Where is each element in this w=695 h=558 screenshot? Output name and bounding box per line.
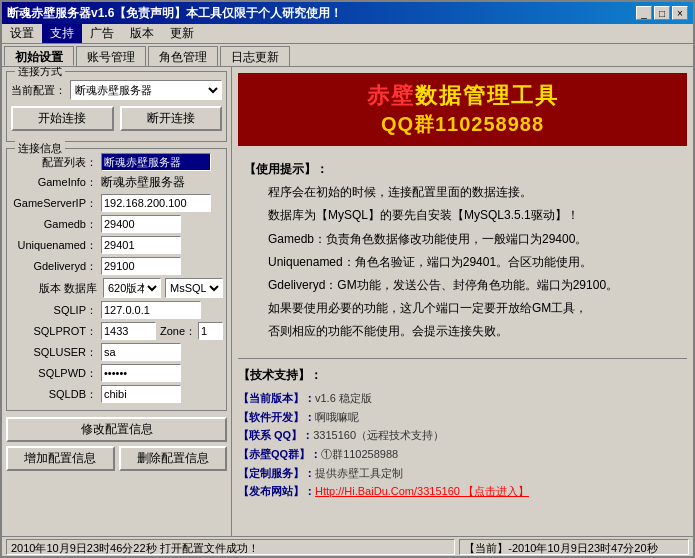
status-left-text: 2010年10月9日23时46分22秒 打开配置文件成功！ bbox=[11, 542, 259, 554]
close-button[interactable]: × bbox=[672, 6, 688, 20]
content-area: 连接方式 当前配置： 断魂赤壁服务器 开始连接 断开连接 连接信息 配置列表： bbox=[2, 66, 693, 536]
tech-support-section: 【技术支持】： 【当前版本】： v1.6 稳定版 【软件开发】： 啊哦嘛呢 【联… bbox=[238, 365, 687, 502]
menu-update[interactable]: 更新 bbox=[162, 24, 202, 43]
config-select[interactable]: 断魂赤壁服务器 bbox=[70, 80, 222, 100]
minimize-button[interactable]: _ bbox=[636, 6, 652, 20]
delete-config-button[interactable]: 删除配置信息 bbox=[119, 446, 228, 471]
banner-qq: QQ群110258988 bbox=[246, 111, 679, 138]
dev-row: 【软件开发】： 啊哦嘛呢 bbox=[238, 408, 687, 427]
right-panel: 赤壁数据管理工具 QQ群110258988 【使用提示】： 程序会在初始的时候，… bbox=[232, 67, 693, 536]
sqldb-input[interactable] bbox=[101, 385, 181, 403]
connect-buttons: 开始连接 断开连接 bbox=[11, 106, 222, 131]
restore-button[interactable]: □ bbox=[654, 6, 670, 20]
gamedb-input[interactable] bbox=[101, 215, 181, 233]
chibi-qq-value: ①群110258988 bbox=[321, 445, 398, 464]
current-config-label: 当前配置： bbox=[11, 83, 66, 98]
tip6: 如果要使用必要的功能，这几个端口一定要开放给GM工具， bbox=[244, 299, 681, 318]
sqlpwd-row: SQLPWD： bbox=[11, 364, 222, 382]
gameinfo-row: GameInfo： 断魂赤壁服务器 bbox=[11, 174, 222, 191]
sqlpwd-label: SQLPWD： bbox=[11, 366, 101, 381]
status-bar: 2010年10月9日23时46分22秒 打开配置文件成功！ 【当前】-2010年… bbox=[2, 536, 693, 556]
banner-title-chibi: 赤壁 bbox=[367, 83, 415, 108]
tabs-bar: 初始设置 账号管理 角色管理 日志更新 bbox=[2, 44, 693, 66]
menu-settings[interactable]: 设置 bbox=[2, 24, 42, 43]
add-config-button[interactable]: 增加配置信息 bbox=[6, 446, 115, 471]
sqlprot-row: SQLPROT： Zone： bbox=[11, 322, 222, 340]
add-delete-row: 增加配置信息 删除配置信息 bbox=[6, 446, 227, 471]
config-list-input[interactable] bbox=[101, 153, 211, 171]
window-controls: _ □ × bbox=[636, 6, 688, 20]
version-db-row: 版本 数据库 620版本 MsSQL库 bbox=[11, 278, 222, 298]
gameinfo-value: 断魂赤壁服务器 bbox=[101, 174, 185, 191]
uniquenamed-row: Uniquenamed： bbox=[11, 236, 222, 254]
info-section: 【使用提示】： 程序会在初始的时候，连接配置里面的数据连接。 数据库为【MySQ… bbox=[238, 154, 687, 352]
zone-input[interactable] bbox=[198, 322, 223, 340]
chibi-qq-row: 【赤壁QQ群】： ①群110258988 bbox=[238, 445, 687, 464]
menu-support[interactable]: 支持 bbox=[42, 24, 82, 43]
current-ver-row: 【当前版本】： v1.6 稳定版 bbox=[238, 389, 687, 408]
sqlpwd-input[interactable] bbox=[101, 364, 181, 382]
info-group-label: 连接信息 bbox=[15, 141, 65, 156]
menu-ad[interactable]: 广告 bbox=[82, 24, 122, 43]
main-window: 断魂赤壁服务器v1.6【免责声明】本工具仅限于个人研究使用！ _ □ × 设置 … bbox=[0, 0, 695, 558]
status-right-text: 【当前】-2010年10月9日23时47分20秒 bbox=[464, 542, 657, 554]
banner-title: 赤壁数据管理工具 bbox=[246, 81, 679, 111]
uniquenamed-label: Uniquenamed： bbox=[11, 238, 101, 253]
dbtype-select[interactable]: MsSQL库 bbox=[165, 278, 223, 298]
qq-contact-value: 3315160（远程技术支持） bbox=[313, 426, 444, 445]
sqluser-label: SQLUSER： bbox=[11, 345, 101, 360]
gameinfo-label: GameInfo： bbox=[11, 175, 101, 190]
gdeliveryd-row: Gdeliveryd： bbox=[11, 257, 222, 275]
gameserverip-label: GameServerIP： bbox=[11, 196, 101, 211]
tip2: 数据库为【MySQL】的要先自安装【MySQL3.5.1驱动】！ bbox=[244, 206, 681, 225]
custom-row: 【定制服务】： 提供赤壁工具定制 bbox=[238, 464, 687, 483]
gamedb-label: Gamedb： bbox=[11, 217, 101, 232]
sqlip-input[interactable] bbox=[101, 301, 201, 319]
chibi-qq-label: 【赤壁QQ群】： bbox=[238, 445, 321, 464]
website-row: 【发布网站】： Http://Hi.BaiDu.Com/3315160 【点击进… bbox=[238, 482, 687, 501]
config-list-label: 配置列表： bbox=[11, 155, 101, 170]
custom-value: 提供赤壁工具定制 bbox=[315, 464, 403, 483]
left-panel: 连接方式 当前配置： 断魂赤壁服务器 开始连接 断开连接 连接信息 配置列表： bbox=[2, 67, 232, 536]
tip4: Uniquenamed：角色名验证，端口为29401。合区功能使用。 bbox=[244, 253, 681, 272]
dev-label: 【软件开发】： bbox=[238, 408, 315, 427]
gameserverip-input[interactable] bbox=[101, 194, 211, 212]
connection-group: 连接方式 当前配置： 断魂赤壁服务器 开始连接 断开连接 bbox=[6, 71, 227, 142]
tab-account[interactable]: 账号管理 bbox=[76, 46, 146, 66]
sqlprot-input[interactable] bbox=[101, 322, 156, 340]
connection-group-label: 连接方式 bbox=[15, 67, 65, 79]
version-select[interactable]: 620版本 bbox=[103, 278, 161, 298]
window-title: 断魂赤壁服务器v1.6【免责声明】本工具仅限于个人研究使用！ bbox=[7, 5, 342, 22]
divider bbox=[238, 358, 687, 359]
tip3: Gamedb：负责角色数据修改功能使用，一般端口为29400。 bbox=[244, 230, 681, 249]
sqlip-label: SQLIP： bbox=[11, 303, 101, 318]
tip5: Gdeliveryd：GM功能，发送公告、封停角色功能。端口为29100。 bbox=[244, 276, 681, 295]
gameserverip-row: GameServerIP： bbox=[11, 194, 222, 212]
tech-title: 【技术支持】： bbox=[238, 365, 687, 385]
sqluser-input[interactable] bbox=[101, 343, 181, 361]
modify-config-button[interactable]: 修改配置信息 bbox=[6, 417, 227, 442]
uniquenamed-input[interactable] bbox=[101, 236, 181, 254]
start-connect-button[interactable]: 开始连接 bbox=[11, 106, 114, 131]
sqluser-row: SQLUSER： bbox=[11, 343, 222, 361]
gdeliveryd-input[interactable] bbox=[101, 257, 181, 275]
current-ver-label: 【当前版本】： bbox=[238, 389, 315, 408]
tip7: 否则相应的功能不能使用。会提示连接失败。 bbox=[244, 322, 681, 341]
menu-bar: 设置 支持 广告 版本 更新 bbox=[2, 24, 693, 44]
disconnect-button[interactable]: 断开连接 bbox=[120, 106, 223, 131]
tab-log[interactable]: 日志更新 bbox=[220, 46, 290, 66]
sqldb-label: SQLDB： bbox=[11, 387, 101, 402]
status-left: 2010年10月9日23时46分22秒 打开配置文件成功！ bbox=[6, 539, 455, 555]
tab-initial-setup[interactable]: 初始设置 bbox=[4, 46, 74, 66]
version-db-label: 版本 数据库 bbox=[11, 281, 101, 296]
tips-title: 【使用提示】： bbox=[244, 160, 681, 179]
qq-row: 【联系 QQ】： 3315160（远程技术支持） bbox=[238, 426, 687, 445]
current-ver-value: v1.6 稳定版 bbox=[315, 389, 372, 408]
menu-version[interactable]: 版本 bbox=[122, 24, 162, 43]
website-label: 【发布网站】： bbox=[238, 482, 315, 501]
current-config-row: 当前配置： 断魂赤壁服务器 bbox=[11, 80, 222, 100]
sqlprot-label: SQLPROT： bbox=[11, 324, 101, 339]
website-value[interactable]: Http://Hi.BaiDu.Com/3315160 【点击进入】 bbox=[315, 482, 529, 501]
title-bar: 断魂赤壁服务器v1.6【免责声明】本工具仅限于个人研究使用！ _ □ × bbox=[2, 2, 693, 24]
tab-role[interactable]: 角色管理 bbox=[148, 46, 218, 66]
